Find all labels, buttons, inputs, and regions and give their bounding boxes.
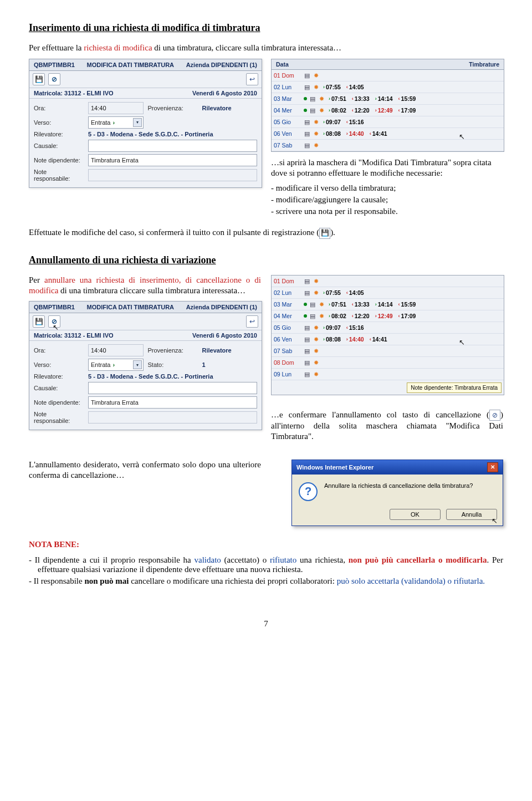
stamp-out[interactable]: ‹13:33 (350, 301, 371, 308)
stamp-in[interactable]: ›08:02 (327, 107, 348, 114)
field-date-b: Venerdì 6 Agosto 2010 (192, 332, 257, 339)
table-row[interactable]: 09 Lun▤✸Note dipendente: Timbratura Erra… (272, 369, 504, 380)
warning-icon: ✸ (313, 336, 319, 343)
table-row[interactable]: 05 Gio▤✸›09:07‹15:16 (272, 322, 504, 334)
table-row[interactable]: 07 Sab▤✸ (272, 345, 504, 357)
stamp-out[interactable]: ‹14:05 (345, 84, 366, 90)
stamp-in[interactable]: ›07:55 (321, 84, 342, 90)
save-icon-b[interactable]: 💾 (33, 315, 45, 328)
input-causale[interactable] (88, 140, 257, 152)
stamp-out[interactable]: ‹12:20 (350, 107, 371, 114)
value-prov-b: Rilevatore (202, 347, 258, 354)
input-note-dipendente-b[interactable]: Timbratura Errata (88, 396, 257, 409)
input-causale-b[interactable] (88, 382, 257, 394)
document-icon: ▤ (304, 119, 310, 125)
stamp-in[interactable]: ›09:07 (321, 119, 342, 125)
stamp-out[interactable]: ‹17:09 (397, 313, 418, 319)
table-row[interactable]: 02 Lun▤✸›07:55‹14:05 (272, 287, 504, 299)
warning-icon: ✸ (318, 95, 325, 102)
stamp-in[interactable]: ›08:02 (327, 313, 348, 319)
stamp-in[interactable]: ›12:49 (374, 313, 395, 319)
field-matricola-b: Matricola: 31312 - ELMI IVO (34, 332, 114, 339)
back-arrow-icon-b[interactable]: ↩ (246, 315, 258, 328)
dialog-ok-button[interactable]: OK (390, 509, 441, 520)
table-row[interactable]: 08 Dom▤✸ (272, 357, 504, 369)
stamp-in[interactable]: ›08:08 (321, 130, 342, 137)
timbrature-table-b: 01 Dom▤✸02 Lun▤✸›07:55‹14:0503 Mar▤✸›07:… (271, 275, 504, 395)
table-row[interactable]: 04 Mer▤✸›08:02‹12:20›12:49‹17:09 (272, 105, 504, 116)
dialog-cancel-button[interactable]: Annulla ↖ (446, 509, 497, 520)
cancel-inline-icon: ⊘ (489, 410, 500, 421)
warning-icon: ✸ (318, 107, 325, 114)
label-prov: Provenienza: (148, 105, 198, 111)
stamp-in[interactable]: ›07:51 (327, 95, 348, 102)
table-row[interactable]: 07 Sab▤✸ (272, 140, 504, 151)
document-icon: ▤ (304, 130, 310, 137)
stamp-in[interactable]: ›14:14 (374, 95, 395, 102)
stamp-in[interactable]: ›12:49 (374, 107, 395, 114)
label-prov-b: Provenienza: (148, 347, 198, 354)
table-row[interactable]: 05 Gio▤✸›09:07‹15:16 (272, 116, 504, 128)
form-panel-modifica-b: QBMPTIMBR1 MODIFICA DATI TIMBRATURA Azie… (29, 301, 262, 430)
label-note-resp: Note responsabile: (34, 169, 84, 182)
dialog-close-icon[interactable]: ✕ (487, 462, 498, 472)
stamp-out[interactable]: ‹15:59 (397, 301, 418, 308)
label-note-dip-b: Note dipendente: (34, 399, 84, 406)
table-row[interactable]: 02 Lun▤✸›07:55‹14:05 (272, 81, 504, 93)
warning-icon: ✸ (313, 324, 319, 331)
field-ora: 14:40 (88, 102, 144, 114)
table-row[interactable]: 06 Ven▤✸›08:08›14:40‹14:41↖ (272, 334, 504, 345)
windows-confirm-dialog: Windows Internet Explorer ✕ ? Annullare … (291, 460, 503, 526)
warning-icon: ✸ (313, 348, 319, 354)
table-row[interactable]: 06 Ven▤✸›08:08›14:40‹14:41↖ (272, 128, 504, 140)
select-verso-b[interactable]: Entrata▾ › (88, 359, 144, 371)
question-icon: ? (299, 482, 318, 501)
stamp-in[interactable]: ›07:51 (327, 301, 348, 308)
stamp-in[interactable]: ›14:14 (374, 301, 395, 308)
stamp-out[interactable]: ‹14:05 (345, 289, 366, 296)
table-row[interactable]: 03 Mar▤✸›07:51‹13:33›14:14‹15:59 (272, 93, 504, 105)
label-ril: Rilevatore: (34, 131, 84, 137)
panel-azienda-b: Azienda DIPENDENTI (1) (186, 304, 257, 310)
dialog-message: Annullare la richiesta di cancellazione … (324, 482, 473, 489)
warning-icon: ✸ (313, 278, 319, 284)
stamp-out[interactable]: ‹14:41 (368, 336, 389, 343)
tooltip-note: Note dipendente: Timbratura Errata (407, 382, 502, 393)
stamp-in[interactable]: ›08:08 (321, 336, 342, 343)
cancel-circle-icon[interactable]: ⊘ (48, 73, 60, 85)
input-note-responsabile (88, 169, 257, 181)
timbrature-table: DataTimbrature01 Dom▤✸02 Lun▤✸›07:55‹14:… (271, 59, 504, 152)
table-row[interactable]: 04 Mer▤✸›08:02‹12:20›12:49‹17:09 (272, 310, 504, 322)
document-icon: ▤ (309, 301, 316, 308)
stamp-out[interactable]: ‹14:41 (368, 130, 389, 137)
document-icon: ▤ (309, 313, 316, 319)
back-arrow-icon[interactable]: ↩ (246, 73, 258, 85)
save-icon[interactable]: 💾 (33, 73, 45, 85)
arrow-in-icon: › (112, 119, 115, 126)
form-panel-modifica: QBMPTIMBR1 MODIFICA DATI TIMBRATURA Azie… (29, 59, 262, 188)
stamp-out[interactable]: ‹13:33 (350, 95, 371, 102)
stamp-in[interactable]: ›14:40 (345, 336, 366, 343)
stamp-in[interactable]: ›09:07 (321, 324, 342, 331)
stamp-out[interactable]: ‹15:16 (345, 324, 366, 331)
input-note-dipendente[interactable]: Timbratura Errata (88, 154, 257, 166)
table-row[interactable]: 01 Dom▤✸ (272, 70, 504, 81)
stamp-in[interactable]: ›14:40 (345, 130, 366, 137)
label-verso-b: Verso: (34, 361, 84, 368)
table-row[interactable]: 01 Dom▤✸ (272, 275, 504, 287)
stamp-out[interactable]: ‹15:16 (345, 119, 366, 125)
mask-bullet: modificare/aggiungere la causale; (280, 195, 503, 205)
stamp-in[interactable]: ›07:55 (321, 289, 342, 296)
stamp-out[interactable]: ‹15:59 (397, 95, 418, 102)
stamp-out[interactable]: ‹17:09 (397, 107, 418, 114)
mask-intro-text: …si aprirà la maschera di "Modifica Dati… (271, 157, 503, 178)
document-icon: ▤ (304, 359, 310, 366)
warning-icon: ✸ (313, 142, 319, 149)
document-icon: ▤ (304, 72, 310, 79)
warning-icon: ✸ (313, 84, 319, 90)
stamp-out[interactable]: ‹12:20 (350, 313, 371, 319)
label-caus-b: Causale: (34, 385, 84, 391)
select-verso[interactable]: Entrata▾ › (88, 116, 144, 129)
label-verso: Verso: (34, 119, 84, 126)
table-row[interactable]: 03 Mar▤✸›07:51‹13:33›14:14‹15:59 (272, 299, 504, 310)
